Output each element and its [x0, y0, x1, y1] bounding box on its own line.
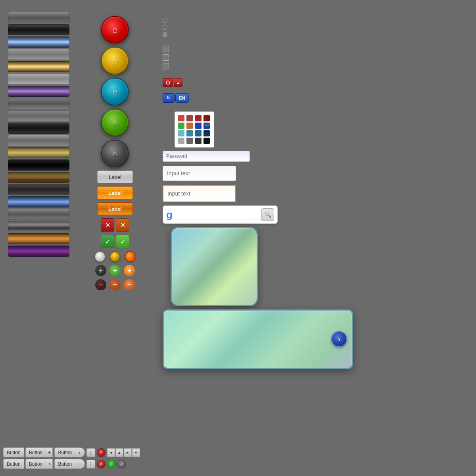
gray-check-circle-btn[interactable]: ✓ — [117, 460, 126, 468]
en-button[interactable]: EN — [175, 93, 189, 103]
close-circle-btn[interactable]: ✕ — [97, 448, 106, 457]
combo-main-3[interactable]: Button — [54, 447, 75, 457]
bar-4[interactable] — [8, 49, 69, 60]
combo-main-6[interactable]: Button — [54, 459, 75, 469]
plus-btn-green[interactable]: + — [109, 265, 121, 276]
checkbox-2[interactable] — [163, 63, 169, 69]
bar-3[interactable] — [8, 36, 69, 48]
wide-rect-widget[interactable]: › — [163, 309, 353, 369]
password-input[interactable] — [163, 151, 250, 162]
bar-11[interactable] — [8, 135, 69, 146]
swatch-11[interactable] — [195, 130, 202, 136]
plus-btn-orange[interactable]: + — [124, 265, 135, 276]
nav-down-btn[interactable]: ▼ — [132, 448, 140, 457]
nav-left-btn[interactable]: ◄ — [107, 448, 115, 457]
swatch-12[interactable] — [203, 130, 210, 136]
combo-main-2[interactable]: Button — [25, 447, 46, 457]
combo-main-1[interactable]: Button — [3, 447, 24, 457]
swatch-4[interactable] — [203, 115, 210, 121]
input-text-normal[interactable] — [163, 166, 236, 181]
swatch-3[interactable] — [195, 115, 202, 121]
radio-gold[interactable] — [110, 251, 120, 262]
bar-20[interactable] — [8, 246, 69, 257]
swatch-13[interactable] — [178, 138, 184, 144]
bar-6[interactable] — [8, 73, 69, 84]
arrow-circle-button[interactable]: › — [331, 331, 347, 347]
swatch-7[interactable] — [195, 123, 202, 129]
green-check-circle-btn[interactable]: ✓ — [107, 460, 116, 468]
google-search-input[interactable] — [175, 210, 259, 219]
bar-12[interactable] — [8, 147, 69, 158]
bar-9[interactable] — [8, 110, 69, 121]
bar-1[interactable] — [8, 12, 69, 23]
checkbox-checked[interactable]: ✓ — [163, 46, 169, 52]
label-button-orange-darker[interactable]: Label — [97, 202, 133, 215]
swatch-15[interactable] — [195, 138, 202, 144]
label-button-orange[interactable]: Label — [97, 186, 133, 199]
circle-btn-green[interactable]: ⌂ — [101, 109, 129, 136]
bar-5[interactable] — [8, 61, 69, 72]
swatch-9[interactable] — [178, 130, 184, 136]
swatch-1[interactable] — [178, 115, 184, 121]
circle-btn-teal[interactable]: ⌂ — [101, 78, 129, 106]
swatch-5[interactable] — [178, 123, 184, 129]
google-search-bar: g 🔍 — [163, 205, 278, 224]
x-btn-orange[interactable]: ✕ — [116, 218, 129, 232]
circle-btn-red[interactable]: ⌂ — [101, 16, 129, 44]
bar-7[interactable] — [8, 86, 69, 97]
square-widget[interactable] — [171, 227, 258, 306]
combo-main-4[interactable]: Button — [3, 459, 24, 469]
bar-15[interactable] — [8, 184, 69, 195]
chevron-btn-2[interactable]: ⋮ — [86, 460, 95, 468]
radio-white[interactable] — [95, 251, 105, 262]
label-button-gray[interactable]: Label — [97, 171, 133, 183]
combo-btn-4: Button — [3, 459, 24, 469]
bar-16[interactable] — [8, 196, 69, 207]
sync-button[interactable]: ↻ — [163, 93, 175, 103]
minus-btn-orange2[interactable]: − — [124, 279, 135, 290]
combo-btn-2: Button + — [25, 447, 53, 457]
x-btn-red[interactable]: ✕ — [101, 218, 114, 232]
power-button[interactable]: ⏻ — [163, 78, 173, 87]
combo-arrow-3[interactable]: › — [75, 447, 85, 457]
bar-10[interactable] — [8, 123, 69, 134]
swatch-14[interactable] — [186, 138, 193, 144]
bar-8[interactable] — [8, 98, 69, 109]
bar-17[interactable] — [8, 209, 69, 220]
middle-column: ⌂ ⌂ ⌂ ⌂ ⌂ Label Label Label ✕ ✕ ✓ ✓ — [79, 12, 151, 464]
bar-14[interactable] — [8, 172, 69, 183]
house-icon: ⌂ — [112, 25, 117, 35]
circle-btn-gold[interactable]: ⌂ — [101, 47, 129, 75]
close-circle-btn-2[interactable]: ✕ — [97, 460, 106, 468]
radio-orange[interactable] — [125, 251, 135, 262]
google-search-button[interactable]: 🔍 — [261, 208, 274, 221]
swatch-10[interactable] — [186, 130, 193, 136]
swatch-2[interactable] — [186, 115, 193, 121]
bar-13[interactable] — [8, 159, 69, 171]
circle-btn-dark[interactable]: ⌂ — [101, 140, 129, 167]
minus-btn-orange[interactable]: − — [109, 279, 121, 290]
plus-btn-dark[interactable]: + — [95, 265, 106, 276]
combo-main-5[interactable]: Button — [25, 459, 46, 469]
swatch-8[interactable] — [203, 123, 210, 129]
combo-arrow-6[interactable]: › — [75, 459, 85, 469]
checkbox-1[interactable] — [163, 54, 169, 61]
nav-up-btn[interactable]: ▲ — [115, 448, 123, 457]
up-button[interactable]: ▲ — [174, 78, 182, 87]
radio-dots-row — [95, 251, 135, 262]
combo-plus-5[interactable]: + — [46, 459, 53, 469]
swatch-16[interactable] — [203, 138, 210, 144]
combo-plus-2[interactable]: + — [46, 447, 53, 457]
input-text-active[interactable] — [163, 185, 236, 202]
swatch-6[interactable] — [186, 123, 193, 129]
nav-right-btn[interactable]: ► — [124, 448, 132, 457]
bar-2[interactable] — [8, 24, 69, 35]
check-btn-2[interactable]: ✓ — [116, 235, 129, 248]
check-btn-1[interactable]: ✓ — [101, 235, 114, 248]
bar-18[interactable] — [8, 221, 69, 232]
dot-3 — [163, 32, 167, 37]
minus-btn-dark[interactable]: − — [95, 279, 106, 290]
chevron-btn-1[interactable]: ⋮ — [86, 448, 95, 457]
bar-19[interactable] — [8, 233, 69, 244]
google-logo: g — [166, 209, 173, 221]
